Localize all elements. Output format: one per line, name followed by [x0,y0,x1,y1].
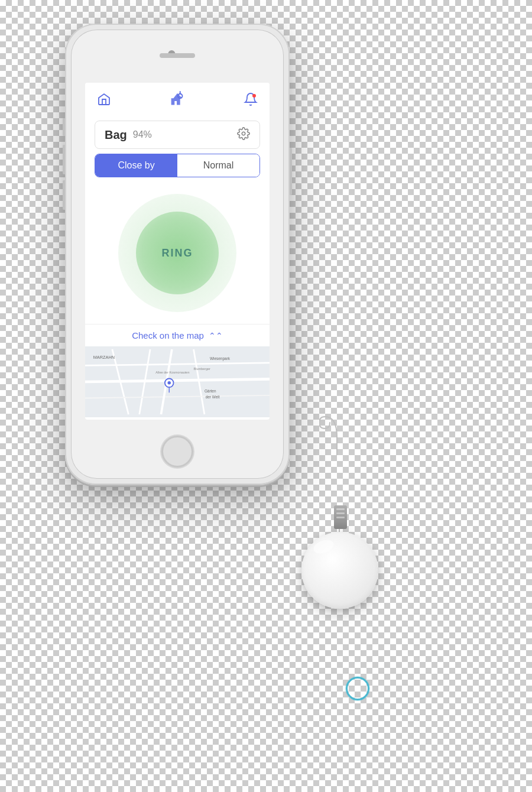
device-battery: 94% [133,129,152,140]
phone-screen: Bag 94% Close by Normal [85,83,270,420]
volume-up-button [63,145,65,174]
svg-text:Gärten: Gärten [205,389,216,393]
map-section: Check on the map ⌃⌃ [85,324,270,417]
home-icon[interactable] [97,92,111,109]
tracker-puck [301,532,378,609]
home-button[interactable] [163,437,192,466]
volume-down-button [63,180,65,210]
ring-area: RING [85,182,270,324]
volume-mute-button [63,118,65,136]
chevron-up-icon: ⌃⌃ [209,331,223,340]
svg-text:der Welt: der Welt [206,395,220,399]
settings-icon[interactable] [237,127,250,142]
proximity-toggle[interactable]: Close by Normal [95,154,260,177]
svg-text:Wiesenpark: Wiesenpark [210,356,231,361]
tracker-button-ring[interactable] [346,677,369,700]
app-logo [168,91,187,110]
svg-point-2 [242,132,245,135]
check-on-map-label: Check on the map [132,330,204,340]
device-name: Bag [105,128,127,142]
power-button [290,148,292,195]
svg-text:Allee der Kosmonauten: Allee der Kosmonauten [155,371,189,374]
svg-point-18 [167,381,171,385]
app-navigation [85,83,270,116]
ring-label[interactable]: RING [162,247,193,259]
map-background: MARZAHN Wiesenpark Gärten der Welt Allee… [85,346,270,417]
close-by-option[interactable]: Close by [95,154,177,177]
svg-point-1 [252,94,256,98]
phone-body: Bag 94% Close by Normal [65,24,290,485]
normal-option[interactable]: Normal [177,154,259,177]
phone-frame: Bag 94% Close by Normal [71,30,284,479]
map-header[interactable]: Check on the map ⌃⌃ [85,324,270,346]
device-header: Bag 94% [95,121,260,149]
speaker-grill [160,53,195,58]
ring-button[interactable]: RING [136,212,219,294]
notifications-icon[interactable] [244,92,258,109]
svg-text:Blumberger: Blumberger [194,367,211,371]
tracker-connector [334,505,347,529]
ring-glow-outer: RING [118,194,236,312]
phone-top-area [85,44,270,80]
phone-mockup: Bag 94% Close by Normal [65,24,290,485]
svg-text:MARZAHN: MARZAHN [93,355,115,360]
tracker-device-wrapper [284,414,402,650]
tracker-loop [319,414,355,455]
map-preview[interactable]: MARZAHN Wiesenpark Gärten der Welt Allee… [85,346,270,417]
